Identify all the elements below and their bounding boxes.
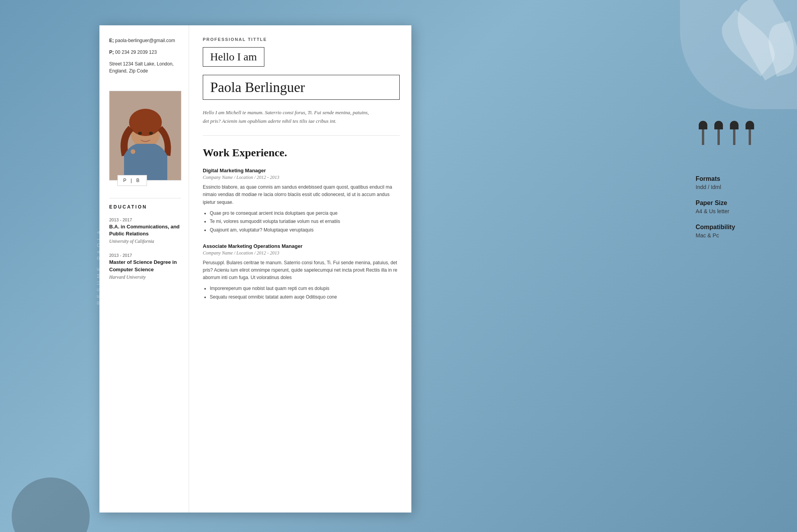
paper-size-section: Paper Size A4 & Us letter: [696, 200, 774, 214]
pushpins-decoration: [699, 121, 754, 144]
contact-section: E; paola-berlinguer@gmail.com P; 00 234 …: [109, 37, 181, 79]
job-meta-1: Company Name / Location / 2012 - 2013: [203, 175, 400, 180]
pushpin-1: [699, 121, 707, 144]
profile-photo-wrapper: P | B: [109, 91, 181, 180]
education-title: EDUCATION: [109, 204, 181, 210]
job-description-2: Perusuppl. Bulares ceritrae te manum. Sa…: [203, 259, 400, 282]
svg-point-5: [138, 132, 142, 135]
profile-photo: [110, 91, 181, 180]
job-description-1: Essincto blabore, as quae comnis am sand…: [203, 184, 400, 206]
formats-section: Formats Indd / Idml: [696, 175, 774, 190]
formats-label: Formats: [696, 175, 774, 182]
bullet-2-2: Sequatu resequat omnibic tatatat autem a…: [210, 293, 400, 302]
job-title-1: Digital Marketing Manager: [203, 168, 400, 173]
bullet-1-2: Te mi, volores sumquodit volupta turiati…: [210, 217, 400, 226]
edu-school-1: University of California: [109, 239, 181, 244]
main-content: PROFESSIONAL TITTLE Hello I am Paola Ber…: [189, 25, 411, 513]
edu-entry-1: 2013 - 2017 B.A. in Communications, and …: [109, 217, 181, 244]
resume-paper: E; paola-berlinguer@gmail.com P; 00 234 …: [99, 25, 411, 513]
email-value: paola-berlinguer@gmail.com: [115, 38, 175, 43]
education-section: EDUCATION 2013 - 2017 B.A. in Communicat…: [109, 204, 181, 501]
bio-text: Hello I am Michell te manum. Saterrio co…: [203, 108, 370, 125]
resume-sidebar: E; paola-berlinguer@gmail.com P; 00 234 …: [99, 25, 189, 513]
photo-initials: P | B: [117, 175, 147, 186]
sidebar-divider: [109, 198, 181, 198]
compatibility-section: Compatibility Mac & Pc: [696, 224, 774, 239]
compatibility-value: Mac & Pc: [696, 232, 774, 239]
pushpin-3: [730, 121, 739, 144]
address-contact: Street 1234 Salt Lake, London, England, …: [109, 60, 181, 74]
email-label: E;: [109, 38, 114, 43]
email-contact: E; paola-berlinguer@gmail.com: [109, 37, 181, 44]
pushpin-4: [746, 121, 754, 144]
compatibility-label: Compatibility: [696, 224, 774, 231]
professional-title-label: PROFESSIONAL TITTLE: [203, 37, 400, 42]
edu-degree-1: B.A. in Communications, and Public Relat…: [109, 223, 181, 237]
work-experience-section: Work Experience. Digital Marketing Manag…: [203, 147, 400, 318]
edu-year-1: 2013 - 2017: [109, 217, 181, 222]
bullet-1-3: Quajount am, voluptatur? Moluptaque veru…: [210, 226, 400, 235]
edu-degree-2: Master of Science Degree in Computer Sci…: [109, 259, 181, 273]
edu-entry-2: 2013 - 2017 Master of Science Degree in …: [109, 253, 181, 280]
job-title-2: Associate Marketing Operations Manager: [203, 243, 400, 249]
paper-size-label: Paper Size: [696, 200, 774, 207]
bullet-2-1: Imporereperum que nobist laut quam repti…: [210, 285, 400, 293]
paper-size-value: A4 & Us letter: [696, 208, 774, 214]
job-bullets-1: Quae pro te consequat arcient incia dolu…: [203, 209, 400, 235]
hello-box: Hello I am: [203, 47, 264, 67]
svg-point-7: [131, 149, 135, 154]
header-section: PROFESSIONAL TITTLE Hello I am Paola Ber…: [203, 37, 400, 136]
phone-label: P;: [109, 49, 114, 55]
right-info-panel: Formats Indd / Idml Paper Size A4 & Us l…: [696, 175, 774, 248]
name-box: Paola Berlinguer: [203, 75, 400, 100]
formats-value: Indd / Idml: [696, 184, 774, 190]
phone-value: 00 234 29 2039 123: [115, 49, 157, 55]
decorative-leaves: [680, 0, 797, 109]
svg-point-6: [149, 132, 153, 135]
work-experience-title: Work Experience.: [203, 147, 400, 159]
job-entry-1: Digital Marketing Manager Company Name /…: [203, 168, 400, 234]
pushpin-2: [714, 121, 723, 144]
bullet-1-1: Quae pro te consequat arcient incia dolu…: [210, 209, 400, 218]
phone-contact: P; 00 234 29 2039 123: [109, 49, 181, 56]
job-entry-2: Associate Marketing Operations Manager C…: [203, 243, 400, 302]
job-meta-2: Company Name / Location / 2012 - 2013: [203, 250, 400, 256]
job-bullets-2: Imporereperum que nobist laut quam repti…: [203, 285, 400, 301]
edu-school-2: Harvard University: [109, 274, 181, 280]
edu-year-2: 2013 - 2017: [109, 253, 181, 258]
